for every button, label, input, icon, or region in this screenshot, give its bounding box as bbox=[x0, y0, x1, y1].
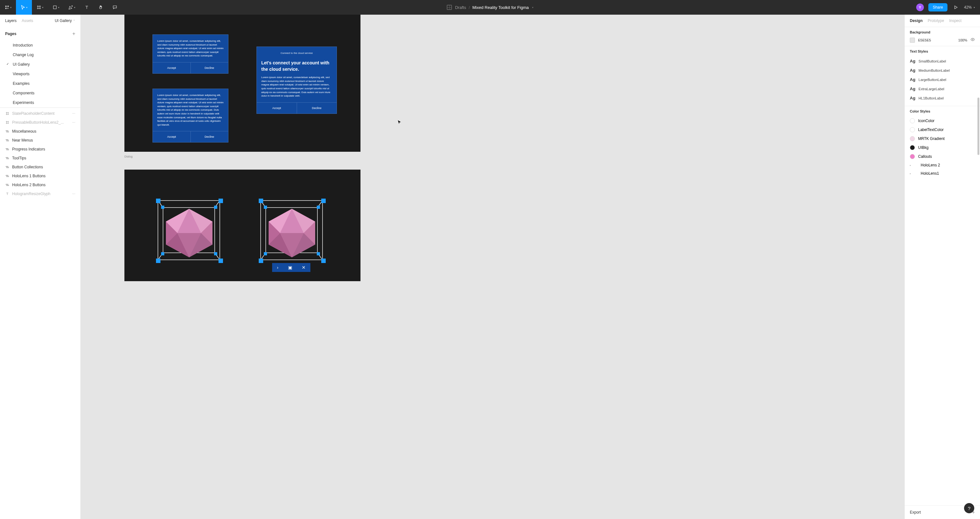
layer-row[interactable]: HologramResizeGlyph〰 bbox=[0, 189, 80, 198]
move-tool-button[interactable]: ▾ bbox=[16, 0, 32, 15]
text-style-row[interactable]: AgExtraLargeLabel bbox=[910, 84, 975, 94]
tab-assets[interactable]: Assets bbox=[22, 19, 33, 23]
right-panel-tabs: Design Prototype Inspect bbox=[905, 15, 980, 27]
svg-rect-30 bbox=[7, 185, 9, 186]
right-panel-scrollbar[interactable] bbox=[977, 98, 979, 155]
page-item[interactable]: Introduction bbox=[0, 40, 80, 50]
dialog-large[interactable]: Connect to the cloud service Let's conne… bbox=[256, 46, 337, 114]
text-style-row[interactable]: AgHL1ButtonLabel bbox=[910, 94, 975, 103]
text-tool-button[interactable] bbox=[80, 0, 94, 15]
page-item[interactable]: Viewports bbox=[0, 69, 80, 79]
app-bar[interactable]: › ▣ ✕ bbox=[272, 263, 310, 272]
color-style-row[interactable]: UIBkg bbox=[910, 143, 975, 152]
layer-row[interactable]: Miscellaneous bbox=[0, 127, 80, 136]
hand-tool-button[interactable] bbox=[94, 0, 108, 15]
dialog-small-1[interactable]: Lorem ipsum dolor sit amet, consectetuer… bbox=[153, 35, 228, 74]
comment-tool-button[interactable] bbox=[108, 0, 122, 15]
accept-button[interactable]: Accept bbox=[153, 131, 191, 142]
cube-icon[interactable]: ▣ bbox=[288, 265, 292, 270]
corner-handle[interactable] bbox=[321, 259, 326, 263]
corner-handle[interactable] bbox=[218, 259, 223, 263]
text-style-name: LargeButtonLabel bbox=[918, 78, 946, 82]
dialog-small-2[interactable]: Lorem ipsum dolor sit amet, consectetuer… bbox=[153, 89, 228, 143]
chevron-down-icon[interactable]: ▾ bbox=[532, 6, 533, 9]
page-item[interactable]: UI Gallery bbox=[0, 60, 80, 69]
zoom-value: 42% bbox=[964, 5, 972, 10]
layer-row[interactable]: HoloLens 2 Buttons bbox=[0, 181, 80, 189]
corner-handle[interactable] bbox=[321, 198, 326, 203]
share-button[interactable]: Share bbox=[928, 3, 947, 11]
color-swatch-icon bbox=[910, 145, 915, 150]
current-page-dropdown[interactable]: UI Gallery ⌃ bbox=[55, 19, 75, 23]
canvas[interactable]: Dialog Lorem ipsum dolor sit amet, conse… bbox=[81, 15, 904, 519]
tab-layers[interactable]: Layers bbox=[5, 19, 17, 23]
zoom-control[interactable]: 42% ▾ bbox=[964, 5, 975, 10]
pages-header: Pages + bbox=[0, 27, 80, 40]
color-style-row[interactable]: IconColor bbox=[910, 116, 975, 125]
corner-handle[interactable] bbox=[259, 198, 263, 203]
corner-handle[interactable] bbox=[156, 198, 161, 203]
tab-inspect[interactable]: Inspect bbox=[949, 19, 961, 23]
decline-button[interactable]: Decline bbox=[191, 62, 228, 73]
breadcrumb-file[interactable]: Mixed Reality Toolkit for Figma bbox=[473, 5, 529, 10]
color-style-row[interactable]: MRTK Gradient bbox=[910, 134, 975, 143]
color-group-row[interactable]: ▸HoloLens 2 bbox=[910, 161, 975, 169]
page-item[interactable]: Experiments bbox=[0, 98, 80, 108]
decline-button[interactable]: Decline bbox=[297, 103, 337, 113]
background-opacity[interactable]: 100% bbox=[958, 38, 967, 42]
color-group-row[interactable]: ▸HoloLens1 bbox=[910, 169, 975, 178]
svg-point-5 bbox=[72, 6, 73, 7]
adjust-icon[interactable]: › bbox=[277, 265, 278, 270]
page-item[interactable]: Examples bbox=[0, 79, 80, 88]
close-icon[interactable]: ✕ bbox=[302, 265, 305, 270]
accept-button[interactable]: Accept bbox=[153, 62, 191, 73]
svg-rect-18 bbox=[7, 132, 9, 132]
right-sidebar: Design Prototype Inspect Background E5E5… bbox=[904, 15, 980, 519]
page-item[interactable]: Change Log bbox=[0, 50, 80, 60]
color-style-name: Callouts bbox=[918, 154, 932, 159]
text-style-row[interactable]: AgMediumButtonLabel bbox=[910, 66, 975, 75]
background-swatch[interactable] bbox=[910, 38, 915, 43]
shape-tool-button[interactable]: ▾ bbox=[48, 0, 64, 15]
color-style-row[interactable]: LabelTextColor bbox=[910, 125, 975, 134]
decline-button[interactable]: Decline bbox=[191, 131, 228, 142]
layer-row[interactable]: Near Menus bbox=[0, 136, 80, 145]
toolbar-right: Y Share 42% ▾ bbox=[916, 3, 980, 11]
layer-row[interactable]: PressableButtonHoloLens2_...〰 bbox=[0, 118, 80, 127]
breadcrumb-folder[interactable]: Drafts bbox=[455, 5, 466, 10]
text-style-row[interactable]: AgSmallButtonLabel bbox=[910, 56, 975, 66]
avatar[interactable]: Y bbox=[916, 3, 924, 11]
tab-prototype[interactable]: Prototype bbox=[928, 19, 944, 23]
layer-row[interactable]: SlatePlaceholderContent〰 bbox=[0, 109, 80, 118]
present-button[interactable] bbox=[952, 5, 959, 10]
color-style-name: UIBkg bbox=[918, 145, 929, 150]
layer-row[interactable]: Progress Indicators bbox=[0, 145, 80, 154]
bounding-box-2[interactable]: › ▣ ✕ bbox=[256, 195, 327, 265]
visibility-toggle-icon[interactable] bbox=[970, 37, 975, 43]
help-button[interactable]: ? bbox=[964, 503, 974, 513]
bounding-box-1[interactable] bbox=[153, 195, 224, 265]
layer-row[interactable]: HoloLens 1 Buttons bbox=[0, 171, 80, 181]
pen-tool-button[interactable]: ▾ bbox=[64, 0, 80, 15]
layer-row[interactable]: Button Collections bbox=[0, 163, 80, 171]
page-item[interactable]: Components bbox=[0, 88, 80, 98]
text-style-name: SmallButtonLabel bbox=[918, 59, 946, 63]
color-style-name: MRTK Gradient bbox=[918, 136, 945, 141]
text-style-row[interactable]: AgLargeButtonLabel bbox=[910, 75, 975, 84]
tab-design[interactable]: Design bbox=[910, 19, 923, 23]
layer-row[interactable]: ToolTips bbox=[0, 154, 80, 163]
text-style-preview-icon: Ag bbox=[910, 77, 915, 82]
add-page-button[interactable]: + bbox=[72, 31, 75, 37]
corner-handle[interactable] bbox=[259, 259, 263, 263]
frame-tool-button[interactable]: ▾ bbox=[32, 0, 48, 15]
accept-button[interactable]: Accept bbox=[257, 103, 297, 113]
main-menu-button[interactable]: ▾ bbox=[0, 0, 16, 15]
background-hex[interactable]: E5E5E5 bbox=[918, 38, 955, 42]
color-style-row[interactable]: Callouts bbox=[910, 152, 975, 161]
corner-handle[interactable] bbox=[156, 259, 161, 263]
svg-rect-24 bbox=[7, 159, 9, 159]
breadcrumb[interactable]: Drafts / Mixed Reality Toolkit for Figma… bbox=[455, 5, 533, 10]
svg-rect-20 bbox=[7, 141, 9, 141]
corner-handle[interactable] bbox=[218, 198, 223, 203]
chevron-up-icon: ⌃ bbox=[73, 19, 75, 22]
